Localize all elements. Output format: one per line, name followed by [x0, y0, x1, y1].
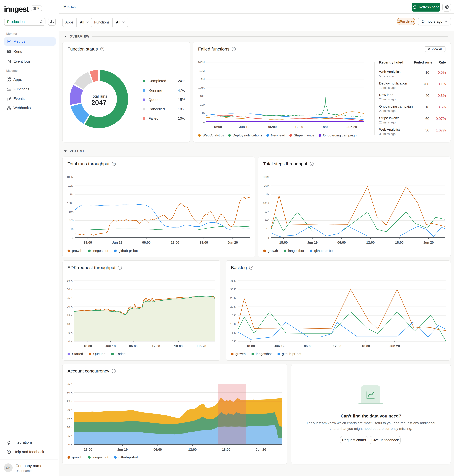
svg-text:06:00: 06:00 [142, 241, 151, 244]
svg-text:25 K: 25 K [67, 400, 73, 403]
svg-text:18:00: 18:00 [83, 241, 92, 244]
svg-text:100: 100 [200, 103, 205, 106]
svg-text:35 K: 35 K [230, 279, 236, 282]
svg-text:12:00: 12:00 [366, 241, 375, 244]
svg-text:10K: 10K [69, 210, 74, 213]
svg-text:Jun 19: Jun 19 [105, 344, 116, 348]
svg-text:100M: 100M [198, 61, 205, 64]
svg-text:0 K: 0 K [68, 340, 73, 343]
svg-text:20 K: 20 K [230, 305, 236, 308]
svg-text:10 K: 10 K [230, 322, 236, 325]
svg-text:5 K: 5 K [232, 331, 236, 334]
svg-text:18:00: 18:00 [84, 448, 92, 451]
svg-text:15 K: 15 K [67, 417, 73, 420]
svg-text:15 K: 15 K [67, 314, 73, 317]
svg-text:12:00: 12:00 [295, 125, 303, 129]
svg-text:25 K: 25 K [230, 296, 236, 299]
svg-text:2047: 2047 [91, 99, 106, 106]
svg-text:1M: 1M [265, 193, 269, 196]
svg-text:18:00: 18:00 [279, 241, 288, 244]
svg-text:06:00: 06:00 [337, 241, 346, 244]
svg-text:20 K: 20 K [67, 305, 73, 308]
svg-text:Jun 20: Jun 20 [196, 344, 206, 348]
svg-text:100K: 100K [67, 202, 74, 205]
svg-text:18:00: 18:00 [321, 125, 329, 129]
svg-text:30 K: 30 K [67, 391, 73, 394]
svg-text:5 K: 5 K [68, 331, 73, 334]
svg-text:18:00: 18:00 [246, 344, 255, 348]
svg-text:10 K: 10 K [67, 426, 73, 429]
svg-text:?: ? [8, 451, 9, 453]
svg-text:18:00: 18:00 [213, 125, 222, 129]
svg-text:30 K: 30 K [67, 288, 73, 291]
svg-text:06:00: 06:00 [268, 125, 277, 129]
svg-text:10K: 10K [265, 210, 269, 213]
svg-text:Jun 20: Jun 20 [389, 344, 400, 348]
svg-text:0 K: 0 K [68, 443, 73, 446]
svg-text:18:00: 18:00 [362, 344, 370, 348]
svg-text:10M: 10M [68, 184, 74, 187]
svg-text:06:00: 06:00 [129, 344, 137, 348]
svg-text:35 K: 35 K [67, 382, 73, 385]
svg-text:Jun 19: Jun 19 [274, 344, 284, 348]
svg-text:Jun 19: Jun 19 [239, 125, 249, 129]
svg-text:12:00: 12:00 [333, 344, 341, 348]
svg-text:15 K: 15 K [230, 314, 236, 317]
svg-text:18:00: 18:00 [200, 241, 208, 244]
svg-text:100M: 100M [262, 176, 269, 178]
svg-text:1: 1 [203, 120, 205, 123]
svg-text:0 K: 0 K [232, 340, 236, 343]
svg-text:12:00: 12:00 [171, 241, 179, 244]
svg-text:1M: 1M [201, 78, 205, 81]
svg-text:Jun 20: Jun 20 [227, 241, 238, 244]
svg-text:10: 10 [70, 227, 74, 231]
svg-text:18:00: 18:00 [83, 344, 92, 348]
svg-text:Jun 20: Jun 20 [256, 448, 266, 451]
svg-text:1M: 1M [70, 193, 74, 196]
svg-text:Jun 19: Jun 19 [117, 448, 128, 451]
svg-text:10M: 10M [264, 184, 269, 187]
svg-text:18:00: 18:00 [395, 241, 404, 244]
svg-text:100K: 100K [263, 202, 269, 205]
svg-text:100M: 100M [67, 176, 74, 178]
svg-text:35 K: 35 K [67, 279, 73, 282]
svg-text:12:00: 12:00 [152, 344, 160, 348]
svg-text:30 K: 30 K [230, 288, 236, 291]
svg-text:Jun 20: Jun 20 [423, 241, 434, 244]
svg-text:Jun 19: Jun 19 [112, 241, 122, 244]
svg-text:1: 1 [268, 236, 269, 239]
svg-text:100: 100 [265, 219, 269, 222]
svg-text:10: 10 [266, 227, 269, 231]
svg-text:10 K: 10 K [67, 322, 73, 325]
svg-text:1: 1 [72, 236, 74, 239]
svg-text:06:00: 06:00 [304, 344, 312, 348]
svg-text:100: 100 [69, 219, 74, 222]
svg-text:10: 10 [202, 112, 205, 115]
svg-text:18:00: 18:00 [174, 344, 183, 348]
svg-text:5 K: 5 K [68, 434, 73, 437]
svg-text:10M: 10M [199, 69, 205, 72]
svg-text:10K: 10K [200, 95, 205, 98]
svg-text:100K: 100K [198, 86, 205, 89]
svg-text:12:00: 12:00 [188, 448, 197, 451]
svg-text:Total runs: Total runs [91, 94, 107, 98]
svg-text:20 K: 20 K [67, 408, 73, 411]
svg-text:Jun 20: Jun 20 [347, 125, 357, 129]
svg-text:06:00: 06:00 [153, 448, 162, 451]
svg-text:Jun 19: Jun 19 [307, 241, 318, 244]
svg-text:25 K: 25 K [67, 296, 73, 299]
svg-text:18:00: 18:00 [222, 448, 230, 451]
